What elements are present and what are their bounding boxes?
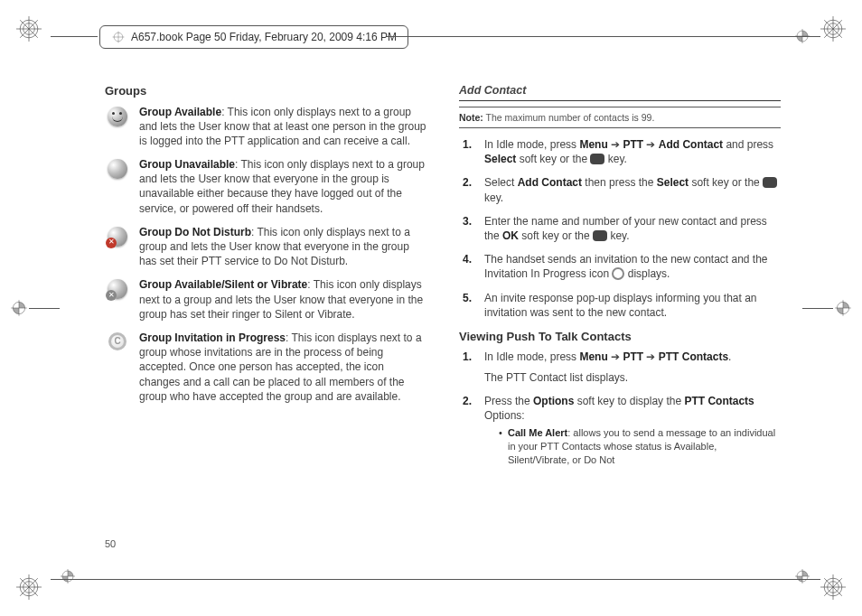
options-bullets: Call Me Alert: allows you to send a mess…	[484, 426, 781, 467]
header-rule-right	[387, 36, 820, 37]
footer-crop-circle-right	[793, 567, 811, 589]
group-dnd-text: Group Do Not Disturb: This icon only dis…	[139, 225, 426, 269]
page-content: Groups Group Available: This icon only d…	[105, 83, 781, 526]
group-unavailable-text: Group Unavailable: This icon only displa…	[139, 157, 426, 216]
group-available-icon	[108, 107, 127, 126]
step-1: In Idle mode, press Menu ➔ PTT ➔ Add Con…	[459, 137, 781, 166]
viewing-heading: Viewing Push To Talk Contacts	[459, 329, 781, 345]
group-silent-icon: ✕	[108, 279, 127, 299]
note-box: Note: The maximum number of contacts is …	[459, 107, 781, 128]
bullet-call-me-alert: Call Me Alert: allows you to send a mess…	[499, 426, 781, 467]
footer-crop-circle-left	[59, 567, 77, 589]
header-box: A657.book Page 50 Friday, February 20, 2…	[99, 25, 408, 49]
group-unavailable-row: Group Unavailable: This icon only displa…	[105, 157, 426, 216]
groups-heading: Groups	[105, 83, 426, 99]
step-3: Enter the name and number of your new co…	[459, 214, 781, 243]
header-text: A657.book Page 50 Friday, February 20, 2…	[131, 31, 397, 43]
group-invite-icon: C	[108, 332, 126, 350]
right-column: Add Contact Note: The maximum number of …	[459, 83, 781, 526]
registration-mark-tr	[820, 16, 846, 42]
group-available-row: Group Available: This icon only displays…	[105, 105, 426, 149]
ptt-key-icon	[593, 230, 607, 241]
group-available-text: Group Available: This icon only displays…	[139, 105, 426, 149]
group-dnd-row: ✕ Group Do Not Disturb: This icon only d…	[105, 225, 426, 269]
add-contact-heading: Add Contact	[459, 83, 781, 101]
registration-mark-tl	[16, 16, 42, 42]
header-rule-left	[51, 36, 98, 37]
group-invite-row: C Group Invitation in Progress: This ico…	[105, 331, 426, 404]
group-dnd-icon: ✕	[108, 227, 127, 247]
group-silent-row: ✕ Group Available/Silent or Vibrate: Thi…	[105, 277, 426, 322]
header-crop-circle-right	[793, 27, 811, 49]
step-4: The handset sends an invitation to the n…	[459, 252, 781, 281]
crop-mark-left	[9, 298, 60, 318]
viewing-steps: In Idle mode, press Menu ➔ PTT ➔ PTT Con…	[459, 350, 781, 466]
group-silent-text: Group Available/Silent or Vibrate: This …	[139, 277, 426, 322]
view-step-2: Press the Options soft key to display th…	[459, 394, 781, 467]
step-2: Select Add Contact then press the Select…	[459, 175, 781, 204]
registration-mark-br	[820, 574, 846, 600]
group-invite-text: Group Invitation in Progress: This icon …	[139, 331, 426, 404]
page-number: 50	[105, 538, 116, 549]
invitation-progress-icon	[612, 267, 624, 280]
ptt-key-icon	[590, 154, 604, 164]
view-step-1: In Idle mode, press Menu ➔ PTT ➔ PTT Con…	[459, 350, 781, 384]
footer-rule	[51, 579, 820, 580]
left-column: Groups Group Available: This icon only d…	[105, 83, 426, 526]
add-contact-steps: In Idle mode, press Menu ➔ PTT ➔ Add Con…	[459, 137, 781, 320]
registration-mark-bl	[16, 574, 42, 600]
ptt-key-icon	[763, 177, 777, 188]
crop-mark-right	[802, 298, 853, 318]
group-unavailable-icon	[108, 159, 127, 179]
step-5: An invite response pop-up displays infor…	[459, 291, 781, 320]
